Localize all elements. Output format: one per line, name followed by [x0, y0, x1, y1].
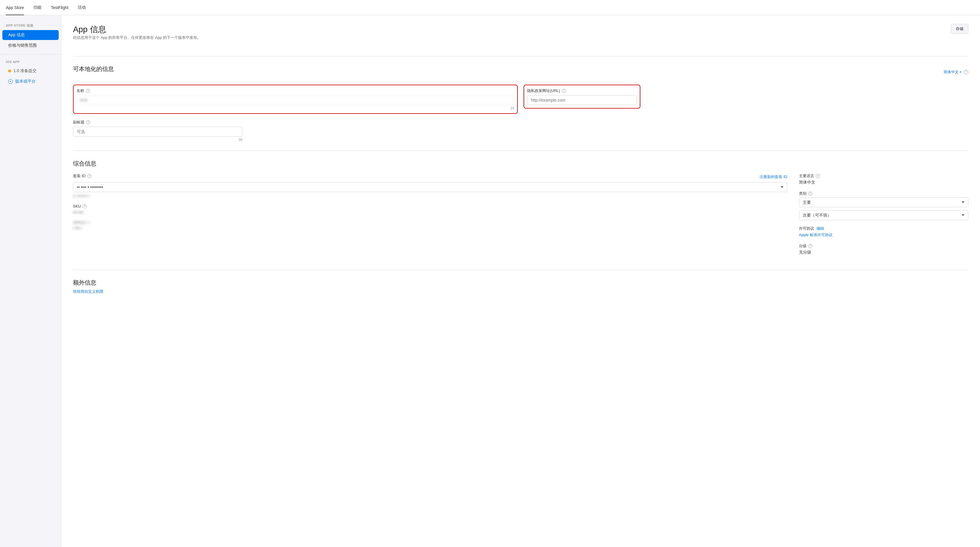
page-subtitle: 此信息用于这个 App 的所有平台。任何更改将在 App 的下一个版本中发布。: [73, 35, 201, 40]
primary-language-help-icon[interactable]: ?: [816, 174, 820, 178]
bundle-id-help-icon[interactable]: ?: [88, 174, 91, 178]
register-bundle-link[interactable]: 注册新的套装 ID: [759, 174, 787, 180]
divider-comprehensive: [73, 151, 968, 151]
bundle-select-wrapper: •• •••• • •••••••••: [73, 182, 787, 192]
sidebar-item-version[interactable]: 1.0 准备提交: [2, 66, 59, 76]
divider-extra: [73, 270, 968, 270]
comprehensive-left: 套装 ID ? 注册新的套装 ID •• •••• • ••••••••• ••…: [73, 173, 787, 261]
nav-item-app-store[interactable]: App Store: [6, 0, 29, 15]
sku-value: ••• ••••: [73, 210, 787, 215]
page-title-area: App 信息 此信息用于这个 App 的所有平台。任何更改将在 App 的下一个…: [73, 24, 201, 47]
license-label: 许可协议: [799, 226, 814, 231]
divider-top: [73, 56, 968, 56]
chevron-down-icon: ▾: [960, 70, 961, 73]
comprehensive-right: 主要语言 ? 简体中文 类别 ? 主要 次要（可不填）: [799, 173, 968, 261]
subtitle-input[interactable]: [73, 127, 242, 137]
nav-item-testflight[interactable]: TestFlight: [46, 0, 73, 15]
name-field-container: 名称 ? 24: [73, 85, 518, 114]
sidebar-section-app-store: APP STORE 信息: [0, 21, 61, 30]
bundle-id-label: 套装 ID ?: [73, 173, 91, 179]
language-selector[interactable]: 简体中文 ▾ ?: [943, 70, 968, 75]
bundle-id-container: 套装 ID ? 注册新的套装 ID •• •••• • ••••••••• ••…: [73, 173, 787, 198]
sidebar-divider: [0, 54, 61, 54]
apple-id-label: APPLE • •: [73, 220, 787, 225]
name-input[interactable]: [76, 95, 514, 105]
layout: APP STORE 信息 App 信息 价格与销售范围 IOS APP 1.0 …: [0, 15, 980, 547]
page-header: App 信息 此信息用于这个 App 的所有平台。任何更改将在 App 的下一个…: [73, 24, 968, 47]
category-label: 类别 ?: [799, 191, 968, 196]
category-primary-select[interactable]: 主要: [799, 197, 968, 207]
page-title: App 信息: [73, 24, 201, 35]
plus-icon: +: [8, 79, 13, 84]
name-char-count: 24: [76, 106, 514, 110]
sku-help-icon[interactable]: ?: [83, 204, 87, 208]
category-secondary-select[interactable]: 次要（可不填）: [799, 210, 968, 220]
help-icon[interactable]: ?: [964, 70, 968, 75]
rating-value: 无分级: [799, 250, 968, 255]
sku-label: SKU ?: [73, 204, 787, 208]
sidebar-section-ios: IOS APP: [0, 58, 61, 65]
comprehensive-section-title: 综合信息: [73, 160, 968, 167]
bundle-id-sub-text: •• •••••••• •: [73, 194, 787, 198]
privacy-field-label: 隐私政策网址(URL) ?: [527, 88, 637, 94]
license-edit-link[interactable]: 编辑: [816, 226, 824, 231]
sidebar-item-add-platform[interactable]: + 版本或平台: [2, 76, 59, 86]
extra-info-section: 额外信息 给组用自定义权限: [73, 279, 968, 294]
primary-language-container: 主要语言 ? 简体中文: [799, 173, 968, 185]
sku-container: SKU ? ••• ••••: [73, 204, 787, 215]
license-header: 许可协议 编辑: [799, 226, 968, 231]
subtitle-input-wrapper: 30: [73, 127, 968, 142]
name-help-icon[interactable]: ?: [86, 89, 90, 93]
privacy-field-container: 隐私政策网址(URL) ?: [523, 85, 968, 114]
comprehensive-grid: 套装 ID ? 注册新的套装 ID •• •••• • ••••••••• ••…: [73, 173, 968, 261]
sidebar: APP STORE 信息 App 信息 价格与销售范围 IOS APP 1.0 …: [0, 15, 61, 547]
main-content: App 信息 此信息用于这个 App 的所有平台。任何更改将在 App 的下一个…: [61, 15, 980, 547]
license-container: 许可协议 编辑 Apple 标准许可协议: [799, 226, 968, 238]
apple-id-value: • ••• •: [73, 226, 787, 230]
localizable-section-header: 可本地化的信息 简体中文 ▾ ?: [73, 65, 968, 79]
name-privacy-row: 名称 ? 24 隐私政策网址(URL) ?: [73, 85, 968, 114]
privacy-help-icon[interactable]: ?: [562, 89, 566, 93]
nav-item-activity[interactable]: 活动: [73, 0, 91, 15]
save-button[interactable]: 存储: [951, 24, 968, 34]
subtitle-help-icon[interactable]: ?: [86, 120, 90, 124]
extra-info-title: 额外信息: [73, 279, 968, 287]
name-field-label: 名称 ?: [76, 88, 514, 94]
privacy-url-input[interactable]: [527, 95, 637, 105]
category-help-icon[interactable]: ?: [808, 191, 812, 196]
nav-item-features[interactable]: 功能: [29, 0, 46, 15]
primary-language-value: 简体中文: [799, 180, 968, 185]
sidebar-item-price-sales[interactable]: 价格与销售范围: [2, 41, 59, 51]
subtitle-label: 副标题 ?: [73, 120, 968, 125]
rating-label: 分级 ?: [799, 243, 968, 249]
rating-container: 分级 ? 无分级: [799, 243, 968, 255]
rating-help-icon[interactable]: ?: [808, 244, 812, 248]
bundle-id-select[interactable]: •• •••• • •••••••••: [73, 182, 787, 192]
sidebar-item-app-info[interactable]: App 信息: [2, 30, 59, 40]
extra-info-link[interactable]: 给组用自定义权限: [73, 289, 103, 294]
license-agreement-link[interactable]: Apple 标准许可协议: [799, 233, 832, 237]
primary-language-label: 主要语言 ?: [799, 173, 968, 179]
bundle-id-header: 套装 ID ? 注册新的套装 ID: [73, 173, 787, 180]
apple-id-container: APPLE • • • ••• •: [73, 220, 787, 230]
privacy-field-box: 隐私政策网址(URL) ?: [523, 85, 640, 108]
subtitle-char-count: 30: [73, 138, 242, 142]
version-dot-icon: [8, 70, 11, 72]
top-nav: App Store 功能 TestFlight 活动: [0, 0, 980, 15]
subtitle-field-container: 副标题 ? 30: [73, 120, 968, 142]
name-field-box: 名称 ? 24: [73, 85, 518, 114]
localizable-section-title: 可本地化的信息: [73, 65, 114, 73]
category-container: 类别 ? 主要 次要（可不填）: [799, 191, 968, 220]
